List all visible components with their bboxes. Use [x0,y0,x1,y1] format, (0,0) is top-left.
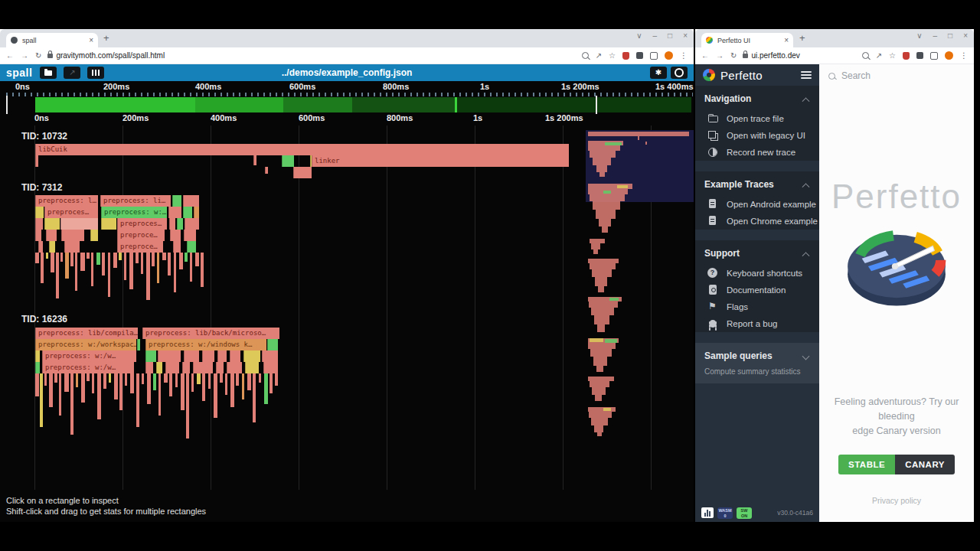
profile-avatar[interactable] [665,51,673,60]
flame-rect[interactable] [70,253,74,266]
flame-rect[interactable] [184,230,196,241]
sidebar-item-keyboard-shortcuts[interactable]: Keyboard shortcuts [695,265,819,282]
flame-rect[interactable] [90,230,98,241]
bookmark-star-icon[interactable]: ☆ [889,52,896,60]
flame-rect[interactable] [147,373,151,404]
bug-button[interactable]: ✱ [650,67,667,79]
extension-puzzle-icon[interactable] [916,52,923,59]
flame-rect[interactable] [64,373,69,392]
sidebar-item-open-trace-file[interactable]: Open trace file [695,110,819,127]
tab-group-icon[interactable] [930,52,938,60]
flame-rect[interactable] [142,373,144,384]
close-icon[interactable]: × [963,31,968,40]
flame-rect[interactable] [243,350,260,362]
hamburger-menu-icon[interactable] [801,71,812,79]
profile-avatar[interactable] [945,51,953,60]
flame-rect[interactable] [168,207,181,218]
flame-rect[interactable] [170,230,181,241]
sidebar-item-open-with-legacy-ui[interactable]: Open with legacy UI [695,127,819,144]
flame-bar-linker[interactable]: linker [312,155,569,167]
flame-rect[interactable] [169,218,175,230]
minimap-activity-segment[interactable] [457,97,691,112]
close-icon[interactable]: × [683,31,688,40]
kebab-menu-icon[interactable]: ⋮ [680,52,688,60]
minimap-activity-segment[interactable] [283,97,352,112]
zoom-icon[interactable] [582,52,589,59]
flame-rect[interactable] [35,155,38,167]
flame-rect[interactable] [293,167,312,178]
tab-close-icon[interactable]: × [89,36,93,44]
flame-rect[interactable] [136,253,139,263]
flame-bar-preproce[interactable]: preproce… [117,230,165,241]
flame-rect[interactable] [245,362,259,373]
flame-rect[interactable] [259,373,261,383]
flame-rect[interactable] [179,253,183,269]
nav-buttons[interactable]: ←→↻ [6,52,41,60]
flame-rect[interactable] [130,373,134,393]
window-controls[interactable]: ∨–□× [636,31,688,40]
flame-rect[interactable] [35,230,41,241]
flame-rect[interactable] [191,373,194,392]
section-title-navigation[interactable]: Navigation [695,86,819,110]
flame-rect[interactable] [181,373,185,410]
flame-rect[interactable] [35,373,39,396]
browser-tab-perfetto[interactable]: Perfetto UI × [701,33,793,47]
flame-rect[interactable] [75,253,77,291]
browser-action-icons[interactable]: ↗☆⋮ [862,51,968,60]
search-bar[interactable]: Search [819,64,974,87]
section-title-support[interactable]: Support [695,240,819,265]
flame-rect[interactable] [141,253,143,274]
browser-action-icons[interactable]: ↗☆⋮ [582,51,688,60]
flame-rect[interactable] [119,373,122,410]
flame-rect[interactable] [275,373,278,386]
flame-bar-libcuik[interactable]: libCuik [35,144,569,155]
window-controls[interactable]: ∨–□× [916,31,968,40]
flame-rect[interactable] [225,373,227,395]
flame-rect[interactable] [173,241,181,253]
flame-rect[interactable] [49,241,55,253]
minimize-icon[interactable]: – [653,31,658,40]
flame-rect[interactable] [65,253,69,279]
flame-rect[interactable] [153,373,156,390]
spall-toolbar-buttons[interactable]: ↗ [40,67,104,79]
flame-rect[interactable] [137,339,140,350]
stable-button[interactable]: STABLE [838,455,895,474]
flame-bar-preprocess-w-w[interactable]: preprocess: w:/w… [42,350,136,362]
flame-rect[interactable] [59,373,61,416]
reload-icon[interactable]: ↻ [730,52,737,60]
flame-rect[interactable] [201,253,204,287]
flame-rect[interactable] [44,218,60,230]
flame-rect[interactable] [35,253,39,263]
address-field[interactable]: ui.perfetto.dev [743,51,855,60]
flame-rect[interactable] [54,373,57,383]
metrics-chip-icon[interactable] [701,507,714,518]
section-title-example-traces[interactable]: Example Traces [695,171,819,196]
flame-rect[interactable] [35,207,44,218]
flame-rect[interactable] [183,207,192,218]
flame-rect[interactable] [182,362,190,373]
flame-rect[interactable] [177,218,183,230]
flame-rect[interactable] [216,362,224,373]
flame-rect[interactable] [146,253,150,300]
flame-rect[interactable] [113,253,117,268]
flame-rect[interactable] [101,218,116,230]
flame-bar-preprocess-li[interactable]: preprocess: li… [100,195,171,207]
flame-rect[interactable] [263,362,278,373]
flame-rect[interactable] [162,253,166,260]
tab-close-icon[interactable]: × [784,36,789,44]
histogram-button[interactable] [87,67,104,79]
flame-rect[interactable] [193,362,213,373]
back-icon[interactable]: ← [701,52,709,60]
flame-rect[interactable] [220,373,223,383]
dropdown-chevron-icon[interactable]: ∨ [636,31,642,40]
browser-tab-spall[interactable]: spall × [6,33,98,47]
flame-rect[interactable] [64,241,80,253]
flame-bar-preprocess-l[interactable]: preprocess: l… [35,195,98,207]
share-icon[interactable]: ↗ [876,52,882,60]
adblock-shield-icon[interactable] [622,52,629,60]
flame-rect[interactable] [129,253,133,289]
flame-rect[interactable] [202,373,205,401]
minimap-activity-segment[interactable] [352,97,455,112]
flame-rect[interactable] [157,253,159,283]
flame-bar-preprocess-lib-back-microso[interactable]: preprocess: lib/back/microso… [142,328,279,339]
